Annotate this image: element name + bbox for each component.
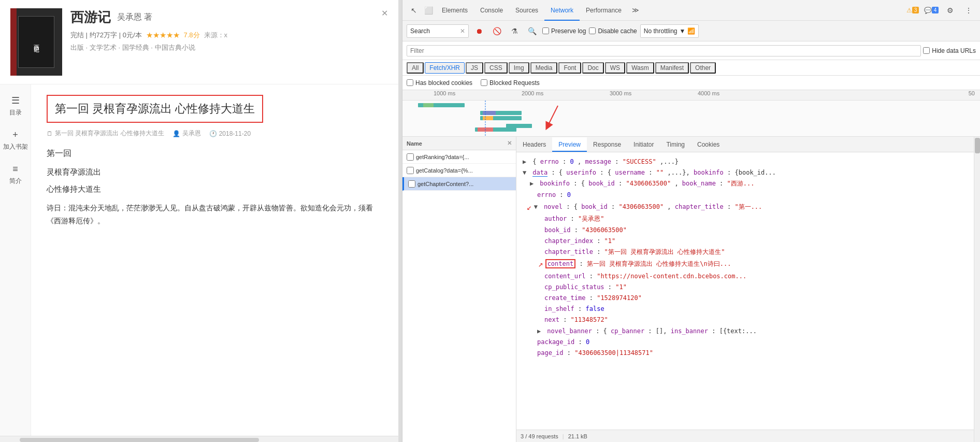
tab-initiator[interactable]: Initiator bbox=[627, 137, 660, 152]
tab-network[interactable]: Network bbox=[544, 0, 580, 21]
json-line-novel: ▼ novel : { book_id : "4306063500" , cha… bbox=[534, 202, 968, 212]
preserve-log-checkbox[interactable] bbox=[542, 27, 549, 34]
sidebar-item-info[interactable]: ≡ 简介 bbox=[9, 164, 22, 186]
tab-timing[interactable]: Timing bbox=[660, 137, 691, 152]
json-novel-row: ↙ ▼ novel : { book_id : "4306063500" , c… bbox=[527, 201, 968, 214]
type-all[interactable]: All bbox=[407, 62, 424, 74]
sidebar-item-bookmark[interactable]: + 加入书架 bbox=[3, 130, 28, 151]
type-font[interactable]: Font bbox=[558, 62, 581, 74]
type-media[interactable]: Media bbox=[530, 62, 558, 74]
preserve-log-label[interactable]: Preserve log bbox=[542, 27, 586, 35]
request-name-1: getRanking?data={... bbox=[416, 154, 512, 160]
json-line-data: ▼ data : { userinfo : { username : "" ,.… bbox=[523, 167, 968, 178]
tab-preview[interactable]: Preview bbox=[552, 137, 587, 152]
filter-icon-btn[interactable]: ⚗ bbox=[507, 24, 522, 38]
json-line-chapter-title: chapter_title : "第一回 灵根育孕源流出 心性修持大道生" bbox=[544, 247, 968, 258]
type-fetch-xhr[interactable]: Fetch/XHR bbox=[425, 62, 465, 74]
tab-cookies[interactable]: Cookies bbox=[691, 137, 726, 152]
request-checkbox-1[interactable] bbox=[407, 153, 414, 161]
json-line-chapter-index: chapter_index : "1" bbox=[544, 236, 968, 247]
book-info-area: 西游记 西游记 吴承恩 著 完结 | 约72万字 | 0元/本 ★★★★★ 7.… bbox=[0, 0, 398, 84]
type-css[interactable]: CSS bbox=[484, 62, 508, 74]
tab-more[interactable]: ≫ bbox=[628, 6, 643, 14]
scroll-thumb[interactable] bbox=[20, 438, 258, 442]
has-blocked-cookies-label[interactable]: Has blocked cookies bbox=[407, 79, 472, 87]
hide-data-urls-checkbox[interactable] bbox=[923, 47, 930, 54]
warnings-btn[interactable]: ⚠ 3 bbox=[905, 3, 920, 18]
timeline-chart bbox=[402, 101, 980, 137]
timeline-area[interactable]: 1000 ms 2000 ms 3000 ms 4000 ms 50 bbox=[402, 90, 980, 137]
more-btn[interactable]: ⋮ bbox=[961, 3, 976, 18]
has-blocked-cookies-checkbox[interactable] bbox=[407, 79, 413, 86]
info-icon: ≡ bbox=[12, 164, 18, 175]
scroll-handle[interactable] bbox=[975, 138, 980, 153]
arrow-icon-novel: ↙ bbox=[527, 201, 532, 214]
clear-button[interactable]: 🚫 bbox=[489, 24, 504, 38]
type-img[interactable]: Img bbox=[509, 62, 529, 74]
tab-headers[interactable]: Headers bbox=[516, 137, 552, 152]
book-stars: ★★★★★ bbox=[146, 31, 180, 40]
request-item-chapter[interactable]: getChapterContent?... bbox=[402, 177, 516, 191]
hide-data-urls-label[interactable]: Hide data URLs bbox=[923, 47, 976, 54]
toc-icon: ☰ bbox=[11, 95, 20, 106]
tab-console[interactable]: Console bbox=[474, 0, 509, 21]
expand-icon-bookinfo[interactable]: ▶ bbox=[530, 179, 536, 189]
type-other[interactable]: Other bbox=[690, 62, 716, 74]
timeline-mark-4000: 4000 ms bbox=[698, 90, 719, 96]
errors-btn[interactable]: 💬 4 bbox=[924, 3, 939, 18]
expand-icon-data[interactable]: ▼ bbox=[523, 168, 529, 178]
date-icon: 🕐 bbox=[209, 130, 217, 137]
close-book-button[interactable]: ✕ bbox=[381, 8, 388, 18]
json-content-row: ↗ content : 第一回 灵根育孕源流出 心性修持大道生\n诗曰... bbox=[538, 258, 968, 271]
chapter-breadcrumb: 🗒 第一回 灵根育孕源流出 心性修持大道生 bbox=[47, 129, 164, 138]
tab-performance[interactable]: Performance bbox=[580, 0, 628, 21]
request-checkbox-3[interactable] bbox=[408, 180, 415, 188]
json-line-in-shelf: in_shelf : false bbox=[544, 304, 968, 315]
type-doc[interactable]: Doc bbox=[582, 62, 603, 74]
detail-tabs: Headers Preview Response Initiator Timin… bbox=[516, 137, 974, 152]
sidebar-item-toc[interactable]: ☰ 目录 bbox=[9, 95, 22, 117]
timeline-mark-1000: 1000 ms bbox=[434, 90, 455, 96]
blocked-requests-checkbox[interactable] bbox=[481, 79, 487, 86]
book-wordcount: 完结 | 约72万字 | 0元/本 bbox=[70, 31, 142, 40]
request-item-ranking[interactable]: getRanking?data={... bbox=[402, 150, 516, 164]
svg-rect-2 bbox=[444, 103, 465, 107]
record-button[interactable]: ⏺ bbox=[472, 24, 486, 38]
type-wasm[interactable]: Wasm bbox=[626, 62, 654, 74]
type-js[interactable]: JS bbox=[466, 62, 483, 74]
disable-cache-checkbox[interactable] bbox=[589, 27, 596, 34]
settings-btn[interactable]: ⚙ bbox=[943, 3, 957, 18]
expand-icon-1[interactable]: ▶ bbox=[523, 157, 529, 167]
expand-icon-novel[interactable]: ▼ bbox=[534, 202, 540, 212]
mobile-icon-btn[interactable]: ⬜ bbox=[421, 3, 436, 18]
detail-panel: Headers Preview Response Initiator Timin… bbox=[516, 137, 974, 442]
close-filter-icon[interactable]: ✕ bbox=[507, 140, 512, 147]
disable-cache-label[interactable]: Disable cache bbox=[589, 27, 637, 35]
type-manifest[interactable]: Manifest bbox=[655, 62, 689, 74]
search-close-icon[interactable]: ✕ bbox=[460, 27, 465, 35]
reading-area: 第一回 灵根育孕源流出 心性修持大道生 🗒 第一回 灵根育孕源流出 心性修持大道… bbox=[31, 84, 398, 436]
search-box[interactable]: Search ✕ bbox=[407, 24, 469, 38]
tab-response[interactable]: Response bbox=[587, 137, 627, 152]
throttle-select[interactable]: No throttling ▼ 📶 bbox=[640, 24, 699, 38]
book-title: 西游记 bbox=[70, 8, 111, 26]
tab-elements[interactable]: Elements bbox=[436, 0, 474, 21]
warning-icon: ⚠ bbox=[906, 7, 912, 14]
expand-icon-novel-banner[interactable]: ▶ bbox=[537, 326, 543, 336]
pointer-icon-btn[interactable]: ↖ bbox=[407, 3, 421, 18]
request-checkbox-2[interactable] bbox=[407, 167, 414, 174]
search-input[interactable] bbox=[432, 27, 458, 35]
filter-bar: Hide data URLs bbox=[402, 41, 980, 60]
filter-input[interactable] bbox=[407, 45, 921, 56]
bottom-scrollbar[interactable] bbox=[0, 436, 398, 442]
type-ws[interactable]: WS bbox=[605, 62, 625, 74]
chapter-sub1: 第一回 bbox=[47, 148, 383, 159]
vertical-scrollbar[interactable] bbox=[974, 137, 980, 442]
request-item-catalog[interactable]: getCatalog?data={%... bbox=[402, 164, 516, 177]
chapter-sub2: 灵根育孕源流出 bbox=[47, 167, 383, 177]
tab-sources[interactable]: Sources bbox=[509, 0, 544, 21]
search-icon-btn[interactable]: 🔍 bbox=[525, 24, 539, 38]
blocked-requests-label[interactable]: Blocked Requests bbox=[481, 79, 540, 87]
book-spine bbox=[10, 8, 17, 76]
sidebar-toc-label: 目录 bbox=[9, 108, 22, 117]
